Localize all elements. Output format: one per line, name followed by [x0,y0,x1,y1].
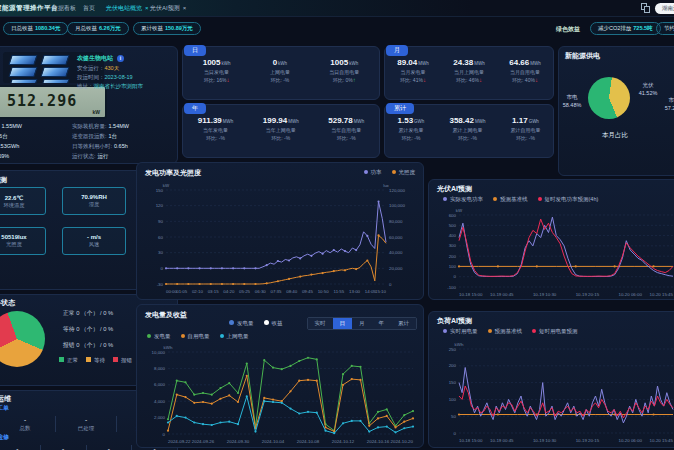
legend-generation[interactable]: 发电量 [147,333,171,340]
detail-inverter-running: 逆变器投运数:1台 [72,133,177,143]
tab-month[interactable]: 月 [352,318,372,329]
svg-text:10-19 00:45: 10-19 00:45 [490,438,514,443]
tab-realtime[interactable]: 实时 [308,318,333,329]
energy-supply-panel: 新能源供电 市电58.48% 光伏41.52% 市电57.21% 本月占比 [558,46,674,176]
legend-baseline[interactable]: 预测基准线 [488,328,523,335]
svg-text:15:10: 15:10 [375,289,387,294]
generation-revenue-chart[interactable]: 02,0004,0006,0008,00010,000kWh2024-09-22… [141,343,419,445]
svg-text:2,000: 2,000 [154,415,166,420]
legend-waiting[interactable]: 等待 [86,357,105,364]
gen-top-legend: 发电量 收益 [229,320,283,327]
tab-dashboard[interactable]: 数据看板 [52,4,76,13]
svg-text:10-19 10:30: 10-19 10:30 [533,292,557,297]
metric-month-generation: 89.04MWh当月发电量环比: 41%↓ [397,58,429,83]
svg-text:10-20 15:45: 10-20 15:45 [650,292,674,297]
legend-dot [443,197,447,201]
svg-text:02:10: 02:10 [192,289,204,294]
tab-year[interactable]: 年 [372,318,392,329]
legend-dot [392,170,396,174]
pv-ai-panel: 光伏AI预测 实际发电功率 预测基准线 短时发电功率预测(4h) -100010… [428,179,674,300]
load-ai-legend: 实时用电量 预测基准线 短时用电量预测 [443,328,578,335]
legend-irradiance[interactable]: 光照度 [392,169,416,176]
station-panel: 512.296 kW 农健生物电站i 安全运行：430天 投运时间：2023-0… [0,46,178,164]
legend-actual-load[interactable]: 实时用电量 [443,328,478,335]
legend-dot [538,197,542,201]
svg-text:80,000: 80,000 [389,219,403,224]
trend-arrow-icon: ↓ [479,77,482,83]
detail-system-efficiency: 系统效率:31.69% [0,153,72,163]
svg-text:04:20: 04:20 [223,289,235,294]
tab-home[interactable]: 首页 [83,4,95,13]
station-info-icon[interactable]: i [117,55,124,62]
station-name: 农健生物电站 [77,55,113,61]
svg-text:60,000: 60,000 [389,235,403,240]
environment-title: 环境监测 [0,175,7,185]
legend-power[interactable]: 功率 [364,169,382,176]
metric-year-generation: 911.39MWh当年发电量环比: -% [198,116,234,141]
pie-label-grid-second: 市电57.21% [659,96,674,112]
svg-text:10-19 20:15: 10-19 20:15 [576,292,600,297]
svg-text:0: 0 [389,282,392,287]
legend-swatch [59,357,64,362]
tab-total[interactable]: 累计 [391,318,416,329]
power-irradiance-panel: 发电功率及光照度 功率 光照度 -300306090120150020,0004… [136,162,424,300]
device-status-title: 设备状态 [0,298,15,308]
svg-text:400: 400 [449,233,457,238]
legend-grid-export[interactable]: 上网电量 [220,333,249,340]
legend-dot [229,320,234,325]
tab-pv-ai[interactable]: 光伏AI预测× [150,4,186,13]
legend-dot [181,334,185,338]
app-title: 智慧能源管理操作平台 [0,4,58,13]
legend-generation-top[interactable]: 发电量 [229,320,254,327]
legend-short-forecast[interactable]: 短时用电量预测 [532,328,578,335]
svg-text:200: 200 [449,254,457,259]
legend-error[interactable]: 报错 [113,357,132,364]
detail-rated-power: 组件额定功率:1.55MW [0,123,72,133]
org-selector-pill[interactable]: 湖南运营 [655,3,674,14]
green-benefit-title: 绿色效益 [556,25,580,34]
detail-inverter-total: 逆变器总数:16台 [0,133,72,143]
legend-normal[interactable]: 正常 [59,357,78,364]
legend-actual-power[interactable]: 实际发电功率 [443,196,483,203]
device-status-rows: 正常 0 （个） / 0 % 等待 0 （个） / 0 % 报错 0 （个） /… [63,305,113,353]
svg-text:kWh: kWh [164,345,173,350]
svg-text:2024-09-26: 2024-09-26 [192,439,215,444]
svg-text:10-19 00:45: 10-19 00:45 [490,292,514,297]
legend-revenue-top[interactable]: 收益 [264,320,283,327]
legend-selfuse[interactable]: 自用电量 [181,333,210,340]
power-irradiance-chart[interactable]: -300306090120150020,00040,00060,00080,00… [142,181,418,295]
metric-total-grid: 358.42MWh累计上网电量环比: -% [449,116,485,141]
legend-baseline[interactable]: 预测基准线 [493,196,528,203]
svg-text:01:05: 01:05 [176,289,188,294]
metric-month-grid: 24.38MWh当月上网电量环比: 46%↓ [453,58,485,83]
svg-text:150: 150 [449,380,457,385]
pie-label-grid: 市电58.48% [557,93,587,109]
device-status-pie [0,311,45,367]
svg-text:-30: -30 [157,282,164,287]
load-ai-chart[interactable]: 050100150200250kWh10-18 15:0010-19 00:45… [435,340,674,444]
svg-text:kW: kW [163,183,170,188]
documents-icon[interactable] [641,3,651,13]
svg-text:2024-10-12: 2024-10-12 [332,439,355,444]
legend-short-forecast[interactable]: 短时发电功率预测(4h) [538,196,599,203]
svg-text:100: 100 [449,397,457,402]
tab-pv-overview[interactable]: 光伏电站概览× [106,4,149,13]
legend-dot [264,320,269,325]
detail-total-generation: 累计发电量:1.53GWh [0,143,72,153]
close-icon[interactable]: × [183,5,187,11]
svg-text:10-19 20:15: 10-19 20:15 [576,438,600,443]
pv-ai-chart[interactable]: -1000100200300400500600kW10-18 15:0010-1… [435,206,674,298]
card-tag: 月 [386,45,408,56]
pie-caption: 本月占比 [585,131,645,140]
svg-text:10,000: 10,000 [152,350,166,355]
close-icon[interactable]: × [145,5,149,11]
svg-text:05:25: 05:25 [239,289,251,294]
svg-text:lux: lux [383,183,389,188]
ops-workorder-handled: -已处理 [55,416,116,432]
svg-text:10-18 15:00: 10-18 15:00 [459,438,483,443]
svg-text:0: 0 [454,431,457,436]
svg-text:kWh: kWh [455,342,464,347]
kpi-coal-saved: 节约标煤 [656,22,674,35]
station-details: 组件额定功率:1.55MW 实际装机容量:1.54MW 逆变器总数:16台 逆变… [0,123,177,163]
tab-day[interactable]: 日 [333,318,353,329]
